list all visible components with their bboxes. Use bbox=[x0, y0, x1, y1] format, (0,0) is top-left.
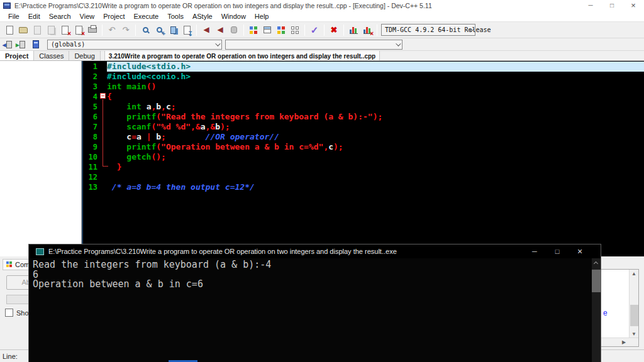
shorten-paths-checkbox[interactable] bbox=[5, 309, 13, 317]
print-icon[interactable] bbox=[86, 23, 99, 37]
line-number[interactable]: 4 bbox=[83, 92, 99, 102]
undo-icon[interactable]: ↶ bbox=[105, 23, 119, 37]
line-number[interactable]: 7 bbox=[83, 122, 99, 132]
profile-chart-icon[interactable] bbox=[347, 23, 360, 37]
tab-project[interactable]: Project bbox=[0, 51, 34, 60]
scroll-up-icon[interactable]: ▲ bbox=[630, 271, 638, 277]
code-line-7: scanf("%d %d",&a,&b); bbox=[107, 122, 644, 132]
menu-help[interactable]: Help bbox=[250, 11, 274, 21]
console-maximize-icon[interactable]: □ bbox=[546, 244, 569, 258]
globals-select[interactable]: (globals) bbox=[47, 40, 222, 50]
window-icon[interactable] bbox=[260, 23, 274, 37]
menu-project[interactable]: Project bbox=[99, 11, 129, 21]
save-icon[interactable] bbox=[30, 23, 44, 37]
compile-icon[interactable]: ✓ bbox=[308, 23, 321, 37]
enter-function-icon[interactable]: ▸ bbox=[16, 39, 29, 50]
code-line-10: getch(); bbox=[107, 152, 644, 162]
fold-guide-line bbox=[103, 99, 103, 166]
line-number[interactable]: 12 bbox=[83, 172, 99, 182]
code-line-3: int main() bbox=[107, 82, 644, 92]
console-close-icon[interactable]: × bbox=[569, 244, 591, 258]
editor-file-tab[interactable]: 3.210Write a program to operate OR opera… bbox=[104, 51, 380, 60]
tab-classes[interactable]: Classes bbox=[34, 51, 69, 60]
scrollbar-thumb[interactable] bbox=[592, 270, 601, 292]
scroll-down-icon[interactable]: ▼ bbox=[630, 331, 638, 337]
compile-log-icon bbox=[6, 261, 13, 268]
menu-astyle[interactable]: AStyle bbox=[188, 11, 217, 21]
compiler-profile-value: TDM-GCC 4.9.2 64-bit Release bbox=[385, 26, 491, 33]
editor-code[interactable]: #include<stdio.h>#include<conio.h>int ma… bbox=[107, 61, 644, 256]
menu-edit[interactable]: Edit bbox=[24, 11, 45, 21]
code-editor[interactable]: 12345678910111213 #include<stdio.h>#incl… bbox=[82, 61, 644, 256]
code-line-5: int a,b,c; bbox=[107, 102, 644, 112]
line-number[interactable]: 6 bbox=[83, 112, 99, 122]
menu-view[interactable]: View bbox=[75, 11, 99, 21]
line-label: Line: bbox=[3, 353, 18, 360]
line-number[interactable]: 1 bbox=[83, 62, 99, 72]
new-file-icon[interactable] bbox=[3, 23, 16, 37]
find-in-files-icon[interactable]: + bbox=[152, 23, 166, 37]
delete-profile-icon[interactable]: × bbox=[360, 23, 374, 37]
line-number[interactable]: 11 bbox=[83, 162, 99, 172]
leave-function-icon[interactable]: ◂ bbox=[3, 39, 16, 50]
new-project-icon[interactable] bbox=[247, 23, 260, 37]
goto-declaration-icon[interactable] bbox=[227, 23, 241, 37]
console-window[interactable]: E:\Practice Programs\C\3.210Write a prog… bbox=[28, 244, 601, 362]
goto-line-icon[interactable]: ↧ bbox=[180, 23, 194, 37]
menu-search[interactable]: Search bbox=[45, 11, 75, 21]
open-file-icon[interactable] bbox=[16, 23, 30, 37]
code-line-1: #include<stdio.h> bbox=[107, 62, 644, 72]
chevron-down-icon bbox=[396, 41, 401, 46]
scrollbar-thumb[interactable] bbox=[630, 305, 638, 326]
scroll-up-icon[interactable] bbox=[594, 261, 598, 266]
replace-icon[interactable] bbox=[166, 23, 180, 37]
members-select[interactable] bbox=[225, 40, 402, 50]
class-browser-icon[interactable] bbox=[29, 39, 42, 50]
log-text-fragment: e bbox=[603, 309, 608, 317]
forward-icon[interactable]: ◀ bbox=[213, 23, 227, 37]
fold-column bbox=[99, 61, 107, 256]
close-file-icon[interactable]: × bbox=[58, 23, 72, 37]
project-colors-icon[interactable] bbox=[274, 23, 288, 37]
close-all-icon[interactable]: × bbox=[72, 23, 86, 37]
class-browser-toolbar: ◂ ▸ (globals) bbox=[0, 38, 644, 51]
compiler-profile-select[interactable]: TDM-GCC 4.9.2 64-bit Release bbox=[381, 24, 475, 36]
editor-gutter[interactable]: 12345678910111213 bbox=[83, 61, 99, 256]
compile-log-tab-label: Com bbox=[15, 261, 30, 268]
tab-debug[interactable]: Debug bbox=[69, 51, 100, 60]
line-number[interactable]: 5 bbox=[83, 102, 99, 112]
line-number[interactable]: 13 bbox=[83, 182, 99, 192]
rebuild-icon[interactable]: ✖ bbox=[327, 23, 341, 37]
code-line-13: /* a=8 b=4 then output c=12*/ bbox=[107, 182, 644, 192]
redo-icon[interactable]: ↷ bbox=[119, 23, 133, 37]
console-output[interactable]: Read the integers from keyboard (a & b):… bbox=[29, 258, 601, 290]
code-line-11: } bbox=[107, 162, 644, 172]
window-grid-icon[interactable] bbox=[288, 23, 302, 37]
log-vertical-scrollbar[interactable]: ▲ ▼ bbox=[629, 270, 638, 338]
line-number[interactable]: 8 bbox=[83, 132, 99, 142]
console-titlebar[interactable]: E:\Practice Programs\C\3.210Write a prog… bbox=[29, 244, 601, 258]
save-all-icon[interactable] bbox=[44, 23, 58, 37]
line-number[interactable]: 9 bbox=[83, 142, 99, 152]
menu-execute[interactable]: Execute bbox=[129, 11, 163, 21]
project-browser-panel[interactable] bbox=[0, 61, 82, 256]
console-scrollbar[interactable] bbox=[592, 258, 601, 362]
console-title: E:\Practice Programs\C\3.210Write a prog… bbox=[48, 248, 397, 255]
minimize-icon[interactable]: ─ bbox=[580, 0, 601, 11]
scroll-right-icon[interactable]: ▶ bbox=[619, 339, 628, 345]
menu-window[interactable]: Window bbox=[217, 11, 250, 21]
close-icon[interactable]: × bbox=[623, 0, 644, 11]
line-number[interactable]: 2 bbox=[83, 72, 99, 82]
back-icon[interactable]: ◀ bbox=[199, 23, 213, 37]
titlebar: E:\Practice Programs\C\3.210Write a prog… bbox=[0, 0, 644, 11]
console-line: Read the integers from keyboard (a & b):… bbox=[33, 260, 601, 270]
console-minimize-icon[interactable]: ─ bbox=[523, 244, 546, 258]
find-icon[interactable] bbox=[138, 23, 152, 37]
menu-file[interactable]: File bbox=[4, 11, 24, 21]
menu-tools[interactable]: Tools bbox=[163, 11, 188, 21]
fold-collapse-icon[interactable] bbox=[100, 93, 106, 99]
code-line-4: { bbox=[107, 92, 644, 102]
maximize-icon[interactable]: □ bbox=[601, 0, 623, 11]
line-number[interactable]: 10 bbox=[83, 152, 99, 162]
line-number[interactable]: 3 bbox=[83, 82, 99, 92]
